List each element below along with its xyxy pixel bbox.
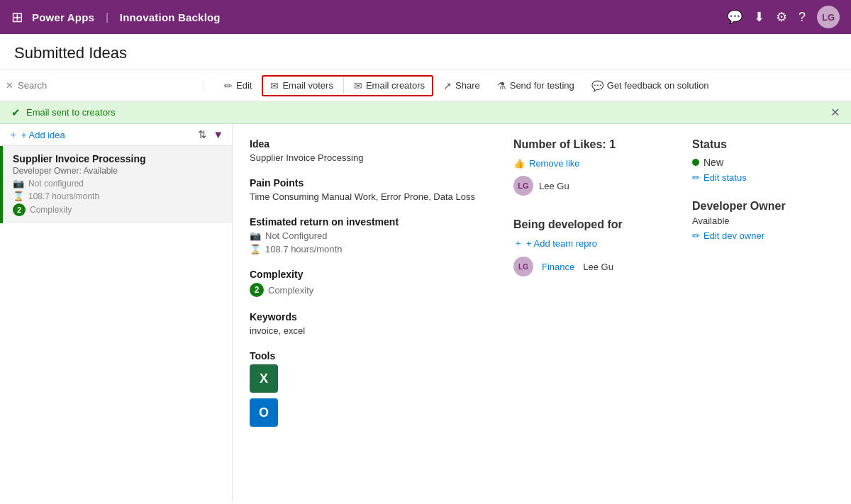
top-nav: ⊞ Power Apps | Innovation Backlog 💬 ⬇ ⚙ …: [0, 0, 851, 34]
keywords-section: Keywords invoice, excel: [250, 311, 491, 336]
sidebar-item-sub: Developer Owner: Available: [13, 166, 222, 176]
app-brand: Power Apps: [32, 11, 94, 23]
pain-points-label: Pain Points: [250, 177, 491, 189]
main-layout: ＋ + Add idea ⇅ ▼ Supplier Invoice Proces…: [0, 124, 851, 502]
feedback-icon: 💬: [591, 80, 604, 91]
sidebar: ＋ + Add idea ⇅ ▼ Supplier Invoice Proces…: [0, 124, 233, 502]
excel-tool-icon: X: [250, 364, 278, 393]
chat-icon[interactable]: 💬: [727, 9, 742, 25]
dev-owner-header: Developer Owner: [692, 200, 834, 213]
idea-label: Idea: [250, 138, 491, 150]
sidebar-actions: ＋ + Add idea ⇅ ▼: [0, 124, 232, 146]
beaker-icon: ⚗: [497, 80, 506, 91]
email-voters-icon: ✉: [270, 80, 279, 91]
app-module: Innovation Backlog: [120, 11, 221, 23]
email-creators-icon: ✉: [354, 80, 362, 91]
being-developed-section: Being developed for ＋ + Add team repro L…: [513, 218, 669, 276]
sidebar-item-title: Supplier Invoice Processing: [13, 153, 222, 164]
toolbar: ✕ ✏ Edit ✉ Email voters ✉ Email creators…: [0, 70, 851, 101]
check-icon: ✔: [11, 106, 21, 119]
complexity-badge: 2: [13, 203, 26, 216]
close-search-icon[interactable]: ✕: [6, 80, 13, 91]
remove-like-button[interactable]: 👍 Remove like: [513, 158, 580, 169]
notification-bar: ✔ Email sent to creators ✕: [0, 101, 851, 124]
plus-icon: ＋: [9, 128, 18, 141]
roi-configured-row: 📷 Not Configured: [250, 230, 491, 241]
roi-section: Estimated return on investment 📷 Not Con…: [250, 216, 491, 254]
hourglass-icon-roi: ⌛: [250, 244, 261, 254]
being-developed-title: Being developed for: [513, 218, 669, 231]
add-idea-button[interactable]: ＋ + Add idea: [9, 128, 65, 141]
download-icon[interactable]: ⬇: [754, 9, 764, 25]
get-feedback-button[interactable]: 💬 Get feedback on solution: [584, 77, 716, 95]
share-button[interactable]: ↗ Share: [436, 77, 487, 95]
roi-configured-value: Not Configured: [265, 230, 327, 241]
edit-button[interactable]: ✏ Edit: [217, 77, 259, 95]
roi-label: Estimated return on investment: [250, 216, 491, 228]
nav-separator: |: [106, 11, 109, 23]
edit-icon: ✏: [224, 80, 233, 91]
camera-icon: 📷: [13, 178, 24, 189]
email-buttons-group: ✉ Email voters ✉ Email creators: [262, 75, 433, 96]
camera-icon-roi: 📷: [250, 230, 261, 241]
likes-header: Number of Likes: 1: [513, 138, 669, 151]
complexity-text: Complexity: [268, 285, 313, 296]
team-row: LG Finance Lee Gu: [513, 257, 669, 276]
share-icon: ↗: [443, 80, 452, 91]
voter-row: LG Lee Gu: [513, 176, 669, 196]
grid-icon: ⊞: [11, 9, 23, 26]
complexity-badge-lg: 2: [250, 283, 264, 297]
status-value: New: [703, 157, 723, 168]
pain-points-value: Time Consuming Manual Work, Error Prone,…: [250, 191, 491, 202]
sidebar-item-supplier-invoice[interactable]: Supplier Invoice Processing Developer Ow…: [0, 146, 232, 223]
edit-dev-owner-button[interactable]: ✏ Edit dev owner: [692, 230, 764, 241]
team-person: Lee Gu: [583, 262, 613, 272]
sidebar-item-configured: 📷 Not configured: [13, 178, 222, 189]
detail-right-col: Status New ✏ Edit status Developer Owner…: [692, 138, 834, 488]
add-team-button[interactable]: ＋ + Add team repro: [513, 237, 597, 250]
pencil-status-icon: ✏: [692, 172, 700, 183]
notification-message: Email sent to creators: [26, 107, 116, 118]
pencil-dev-owner-icon: ✏: [692, 230, 700, 241]
complexity-section: Complexity 2 Complexity: [250, 269, 491, 297]
keywords-label: Keywords: [250, 311, 491, 323]
idea-value: Supplier Invoice Processing: [250, 152, 491, 163]
thumbs-up-icon: 👍: [513, 158, 525, 169]
search-input[interactable]: [18, 80, 195, 91]
sidebar-item-hours: ⌛ 108.7 hours/month: [13, 191, 222, 201]
team-avatar: LG: [513, 257, 533, 276]
search-area: ✕: [6, 80, 204, 91]
tools-section: Tools X O: [250, 350, 491, 430]
settings-icon[interactable]: ⚙: [776, 9, 787, 25]
tools-list: X O: [250, 364, 491, 430]
page-title: Submitted Ideas: [0, 34, 851, 70]
email-voters-button[interactable]: ✉ Email voters: [263, 77, 340, 95]
plus-icon-team: ＋: [513, 237, 523, 250]
sort-icon[interactable]: ⇅: [198, 128, 207, 141]
detail-area: Idea Supplier Invoice Processing Pain Po…: [233, 124, 851, 502]
status-header: Status: [692, 138, 834, 151]
filter-icon[interactable]: ▼: [213, 128, 223, 141]
status-dot: [692, 159, 699, 166]
team-name[interactable]: Finance: [542, 262, 574, 272]
user-avatar[interactable]: LG: [817, 6, 840, 28]
pain-points-section: Pain Points Time Consuming Manual Work, …: [250, 177, 491, 202]
idea-section: Idea Supplier Invoice Processing: [250, 138, 491, 163]
keywords-value: invoice, excel: [250, 325, 491, 336]
status-row: New: [692, 157, 834, 168]
complexity-row: 2 Complexity: [250, 283, 491, 297]
help-icon[interactable]: ?: [799, 10, 806, 25]
edit-status-button[interactable]: ✏ Edit status: [692, 172, 747, 183]
email-creators-button[interactable]: ✉ Email creators: [347, 77, 432, 95]
detail-middle-col: Number of Likes: 1 👍 Remove like LG Lee …: [513, 138, 669, 488]
sidebar-item-complexity: 2 Complexity: [13, 203, 222, 216]
roi-hours-value: 108.7 hours/month: [265, 244, 342, 254]
send-testing-button[interactable]: ⚗ Send for testing: [490, 77, 582, 95]
app-grid-button[interactable]: ⊞: [11, 9, 23, 26]
roi-hours-row: ⌛ 108.7 hours/month: [250, 244, 491, 254]
complexity-label: Complexity: [250, 269, 491, 280]
notification-close-button[interactable]: ✕: [830, 106, 840, 119]
voter-avatar: LG: [513, 176, 533, 196]
tools-label: Tools: [250, 350, 491, 362]
detail-left-col: Idea Supplier Invoice Processing Pain Po…: [250, 138, 491, 488]
